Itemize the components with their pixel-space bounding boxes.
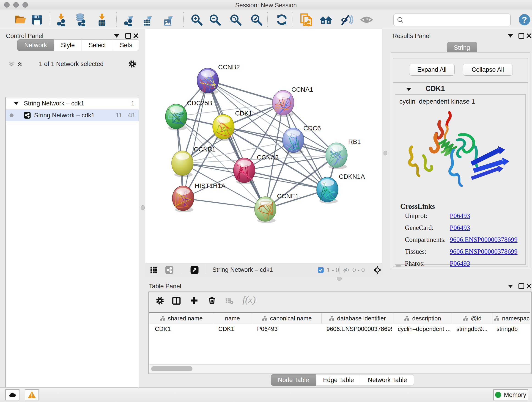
network-row[interactable]: String Network – cdk1 11 48: [6, 109, 139, 121]
column-header-description[interactable]: description: [393, 313, 452, 324]
edge-CCNB2-CCNA1[interactable]: [208, 80, 283, 103]
new-network-from-selection-icon[interactable]: [299, 13, 313, 27]
collapse-all-button[interactable]: Collapse All: [463, 64, 513, 76]
table-cell[interactable]: CDK1: [213, 324, 252, 334]
zoom-selected-icon[interactable]: [249, 13, 264, 27]
control-panel: Control Panel NetworkStyleSelectSets 1 o…: [0, 29, 143, 387]
table-cell[interactable]: stringdb:9...: [451, 324, 491, 334]
edge-CCNA2-CDKN1A[interactable]: [244, 170, 327, 190]
zoom-in-icon[interactable]: [190, 13, 204, 27]
zoom-fit-content-icon[interactable]: [228, 13, 243, 27]
tab-edge-table[interactable]: Edge Table: [316, 374, 361, 386]
crosslink-link[interactable]: 9606.ENSP00000378699: [450, 236, 518, 243]
tab-network-table[interactable]: Network Table: [361, 374, 414, 386]
grid-view-icon[interactable]: [150, 266, 158, 275]
table-cell[interactable]: cyclin–dependent ...: [392, 324, 451, 334]
crosslink-link[interactable]: P06493: [450, 212, 470, 220]
tab-sets[interactable]: Sets: [113, 39, 139, 51]
network-canvas[interactable]: CCNB2CCNA1CDC25BCDK1CDC6RB1CCNB1CCNA2CDK…: [145, 29, 382, 263]
crosslink-link[interactable]: 9606.ENSP00000378699: [450, 248, 518, 255]
edge-CCNB2-HIST1H1A[interactable]: [183, 80, 208, 198]
node-label-CCNA2: CCNA2: [257, 154, 279, 161]
cdk1-collapse-icon[interactable]: [406, 88, 411, 91]
delete-column-icon[interactable]: [207, 295, 217, 306]
node-label-HIST1H1A: HIST1H1A: [195, 182, 225, 189]
select-columns-icon[interactable]: [171, 296, 181, 307]
table-cell[interactable]: 9606.ENSP00000378699: [321, 324, 392, 334]
table-row[interactable]: CDK1CDK1P064939606.ENSP00000378699cyclin…: [149, 324, 530, 334]
network-collection-row[interactable]: String Network – cdk1 1: [6, 97, 139, 109]
table-cell[interactable]: CDK1: [149, 324, 213, 334]
table-hscrollbar-thumb[interactable]: [151, 366, 192, 371]
warnings-button[interactable]: [25, 389, 39, 400]
first-neighbors-icon[interactable]: [319, 13, 333, 27]
control-panel-float-icon[interactable]: [125, 33, 131, 40]
apply-preferred-layout-icon[interactable]: [275, 13, 289, 27]
edge-CCNB2-CCNE1[interactable]: [208, 80, 265, 209]
cloud-button[interactable]: [5, 389, 19, 400]
import-table-file-icon[interactable]: [95, 13, 109, 27]
column-header-name[interactable]: name: [213, 313, 252, 324]
bottom-splitter-handle[interactable]: [337, 277, 342, 281]
column-header-@id[interactable]: @id: [452, 313, 492, 324]
table-gear-icon[interactable]: [155, 296, 165, 306]
right-splitter-handle[interactable]: [384, 151, 387, 155]
control-panel-menu-icon[interactable]: [114, 34, 119, 38]
collection-expander-icon[interactable]: [14, 102, 19, 105]
selected-checkbox-icon[interactable]: [317, 267, 324, 274]
save-session-icon[interactable]: [30, 13, 44, 27]
export-image-icon[interactable]: [161, 13, 176, 27]
search-input[interactable]: [407, 15, 508, 25]
left-splitter-handle[interactable]: [141, 205, 145, 210]
table-cell[interactable]: P06493: [252, 324, 321, 334]
add-column-icon[interactable]: [189, 296, 199, 306]
detach-view-icon[interactable]: [190, 266, 199, 275]
expand-all-button[interactable]: Expand All: [409, 64, 455, 76]
zoom-out-icon[interactable]: [208, 13, 222, 27]
memory-status-icon: [495, 392, 501, 398]
column-header-database-identifier[interactable]: database identifier: [322, 313, 393, 324]
table-cell[interactable]: stringdb: [491, 324, 530, 334]
node-label-CDK1: CDK1: [235, 110, 252, 117]
help-icon[interactable]: ?: [517, 13, 532, 27]
string-network-graph[interactable]: CCNB2CCNA1CDC25BCDK1CDC6RB1CCNB1CCNA2CDK…: [145, 29, 382, 263]
tab-select[interactable]: Select: [82, 39, 113, 51]
export-network-icon[interactable]: [122, 13, 136, 27]
column-header-canonical-name[interactable]: canonical name: [252, 313, 322, 324]
table-panel-float-icon[interactable]: [519, 283, 524, 290]
tab-style[interactable]: Style: [54, 39, 82, 51]
search-box[interactable]: [393, 13, 511, 26]
import-network-file-icon[interactable]: [54, 13, 68, 27]
import-network-database-icon[interactable]: [74, 13, 88, 27]
node-HIST1H1A[interactable]: HIST1H1A: [172, 182, 225, 212]
column-header-namespace[interactable]: namespace: [492, 313, 530, 324]
memory-button[interactable]: Memory: [493, 389, 528, 400]
edge-HIST1H1A-CCNE1[interactable]: [183, 198, 265, 209]
results-panel-close-icon[interactable]: [526, 33, 532, 39]
column-header-shared-name[interactable]: shared name: [149, 313, 213, 324]
results-hscrollbar[interactable]: [396, 265, 401, 267]
table-panel-menu-icon[interactable]: [508, 285, 513, 289]
tab-string[interactable]: String: [447, 42, 477, 53]
export-table-icon[interactable]: [140, 13, 155, 27]
table-panel-close-icon[interactable]: [526, 283, 532, 290]
table-hscrollbar[interactable]: [149, 364, 530, 373]
network-options-gear-icon[interactable]: [128, 60, 137, 69]
network-view-type-icon: [165, 266, 174, 275]
tab-network[interactable]: Network: [17, 39, 54, 51]
crosslink-link[interactable]: P06493: [450, 224, 470, 231]
crosslink-link[interactable]: P06493: [450, 260, 470, 267]
results-panel-menu-icon[interactable]: [508, 34, 513, 38]
birds-eye-crosshair-icon[interactable]: [373, 266, 381, 275]
node-CDKN1A[interactable]: CDKN1A: [317, 173, 365, 204]
control-panel-close-icon[interactable]: [133, 33, 139, 39]
node-RB1[interactable]: RB1: [326, 138, 361, 169]
open-session-icon[interactable]: [14, 13, 28, 27]
results-panel-float-icon[interactable]: [519, 33, 524, 40]
node-label-RB1: RB1: [348, 138, 361, 145]
hide-selected-icon[interactable]: [339, 13, 354, 27]
hidden-eye-slash-icon[interactable]: [343, 266, 351, 275]
tab-node-table[interactable]: Node Table: [271, 374, 316, 386]
node-CCNE1[interactable]: CCNE1: [254, 192, 299, 223]
node-table[interactable]: shared namenamecanonical namedatabase id…: [149, 312, 530, 365]
